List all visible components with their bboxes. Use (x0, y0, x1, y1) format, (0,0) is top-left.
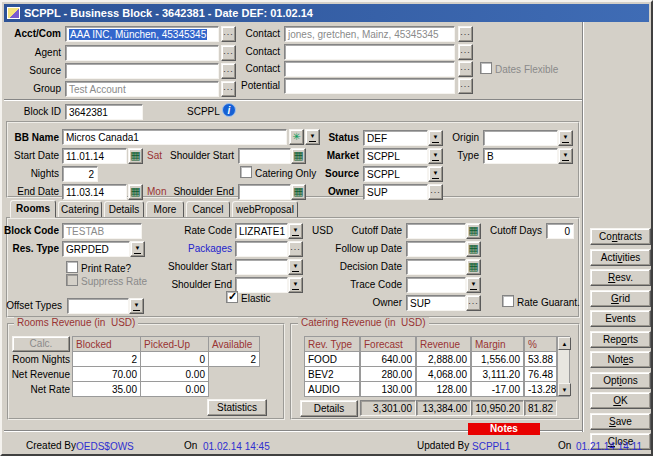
grid-button[interactable]: Grid (590, 290, 651, 307)
tab-rooms[interactable]: Rooms (10, 200, 56, 218)
res-type-field[interactable]: GRPDED (62, 241, 130, 257)
info-icon[interactable]: i (222, 103, 236, 117)
cutoff-date-field[interactable] (406, 223, 466, 239)
tab-catering[interactable]: Catering (58, 201, 102, 218)
rate-guarant-checkbox[interactable] (502, 295, 514, 307)
offset-types-field[interactable] (67, 298, 129, 314)
rate-code-field[interactable]: LIZRATE1 (235, 223, 288, 239)
type-field[interactable]: B (483, 148, 558, 164)
tab-cancel[interactable]: Cancel (186, 201, 230, 218)
catering-row-pct[interactable]: 53.88 (524, 351, 557, 367)
rt-shoulder-start-dropdown-button[interactable]: ▼ (288, 259, 303, 275)
rt-shoulder-end-field[interactable] (235, 277, 288, 293)
catering-row-type[interactable]: BEV2 (304, 366, 360, 382)
notes-button[interactable]: Notes (590, 351, 651, 368)
market-field[interactable]: SCPPL (363, 148, 428, 164)
ov-owner-lov-button[interactable]: ... (428, 184, 443, 200)
contact3-lov-button[interactable]: ... (458, 61, 473, 77)
agent-field[interactable] (65, 45, 219, 61)
net-rate-blocked[interactable]: 35.00 (72, 381, 141, 397)
contracts-button[interactable]: Contracts (590, 228, 651, 245)
catering-row-revenue[interactable]: 4,068.00 (416, 366, 471, 382)
resv-button[interactable]: Resv. (590, 269, 651, 286)
end-date-calendar-button[interactable]: ▦ (128, 184, 143, 200)
nights-field[interactable]: 2 (62, 166, 98, 182)
status-field[interactable]: DEF (363, 130, 428, 146)
origin-dropdown-button[interactable]: ▼ (558, 130, 573, 146)
type-dropdown-button[interactable]: ▼ (558, 148, 573, 164)
room-nights-blocked[interactable]: 2 (72, 351, 141, 367)
ov-source-dropdown-button[interactable]: ▼ (428, 166, 443, 182)
elastic-checkbox[interactable] (226, 291, 238, 303)
end-date-field[interactable]: 11.03.14 (62, 184, 127, 200)
ov-owner-field[interactable]: SUP (363, 184, 428, 200)
potential-lov-button[interactable]: ... (458, 78, 473, 94)
rt-shoulder-end-dropdown-button[interactable]: ▼ (288, 277, 303, 293)
catering-row-margin[interactable]: 3,111.20 (471, 366, 524, 382)
catering-scrollbar[interactable]: ▲ ▼ (557, 336, 570, 397)
acct-com-field[interactable]: AAA INC, München, 45345345 (65, 26, 219, 42)
follow-up-date-calendar-button[interactable]: ▦ (466, 241, 481, 257)
ov-source-field[interactable]: SCPPL (363, 166, 428, 182)
catering-row-type[interactable]: FOOD (304, 351, 360, 367)
potential-field[interactable] (284, 78, 455, 94)
trace-code-field[interactable] (406, 277, 466, 293)
catering-row-pct[interactable]: -13.28 (524, 381, 557, 397)
start-date-calendar-button[interactable]: ▦ (128, 148, 143, 164)
contact2-lov-button[interactable]: ... (458, 44, 473, 60)
rt-owner-field[interactable]: SUP (406, 295, 466, 311)
scroll-down-icon[interactable]: ▼ (558, 383, 571, 396)
catering-only-checkbox[interactable] (240, 166, 252, 178)
rt-shoulder-start-field[interactable] (235, 259, 288, 275)
events-button[interactable]: Events (590, 310, 651, 327)
catering-row-margin[interactable]: 1,556.00 (471, 351, 524, 367)
catering-row-margin[interactable]: -17.00 (471, 381, 524, 397)
ok-button[interactable]: OK (590, 392, 651, 409)
res-type-dropdown-button[interactable]: ▼ (130, 241, 145, 257)
offset-types-dropdown-button[interactable]: ▼ (129, 298, 144, 314)
catering-row-forecast[interactable]: 130.00 (360, 381, 416, 397)
packages-field[interactable] (235, 241, 288, 257)
reports-button[interactable]: Reports (590, 331, 651, 348)
catering-row-type[interactable]: AUDIO (304, 381, 360, 397)
room-nights-picked-up[interactable]: 0 (140, 351, 209, 367)
cutoff-days-field[interactable]: 0 (546, 223, 574, 239)
contact2-field[interactable] (284, 44, 455, 60)
net-revenue-picked-up[interactable]: 0.00 (140, 366, 209, 382)
source-field[interactable] (65, 63, 219, 79)
options-button[interactable]: Options (590, 372, 651, 389)
tab-details[interactable]: Details (104, 201, 144, 218)
save-button[interactable]: Save (590, 413, 651, 430)
contact1-lov-button[interactable]: ... (458, 26, 473, 42)
contact3-field[interactable] (284, 61, 455, 77)
start-date-field[interactable]: 11.01.14 (62, 148, 127, 164)
rate-code-dropdown-button[interactable]: ▼ (288, 223, 303, 239)
catering-row-revenue[interactable]: 2,888.00 (416, 351, 471, 367)
net-rate-picked-up[interactable]: 0.00 (140, 381, 209, 397)
catering-row-pct[interactable]: 76.48 (524, 366, 557, 382)
origin-field[interactable] (483, 130, 558, 146)
rt-owner-lov-button[interactable]: ... (466, 295, 481, 311)
print-rate-checkbox[interactable] (66, 261, 78, 273)
scroll-up-icon[interactable]: ▲ (558, 337, 571, 350)
catering-row-revenue[interactable]: 128.00 (416, 381, 471, 397)
statistics-button[interactable]: Statistics (207, 399, 267, 416)
catering-row-forecast[interactable]: 640.00 (360, 351, 416, 367)
activities-button[interactable]: Activities (590, 249, 651, 266)
follow-up-date-field[interactable] (406, 241, 466, 257)
decision-date-calendar-button[interactable]: ▦ (466, 259, 481, 275)
packages-lov-button[interactable]: ... (288, 241, 303, 257)
shoulder-end-field[interactable] (238, 184, 291, 200)
tab-more[interactable]: More (146, 201, 184, 218)
net-revenue-blocked[interactable]: 70.00 (72, 366, 141, 382)
room-nights-available[interactable]: 2 (208, 351, 260, 367)
cutoff-date-calendar-button[interactable]: ▦ (466, 223, 481, 239)
packages-link[interactable]: Packages (162, 243, 232, 255)
bb-name-field[interactable]: Micros Canada1 (62, 129, 287, 145)
shoulder-start-field[interactable] (238, 148, 291, 164)
details-button[interactable]: Details (300, 400, 358, 417)
catering-row-forecast[interactable]: 280.00 (360, 366, 416, 382)
tab-webproposal[interactable]: webProposal (232, 201, 298, 218)
trace-code-dropdown-button[interactable]: ▼ (466, 277, 481, 293)
decision-date-field[interactable] (406, 259, 466, 275)
